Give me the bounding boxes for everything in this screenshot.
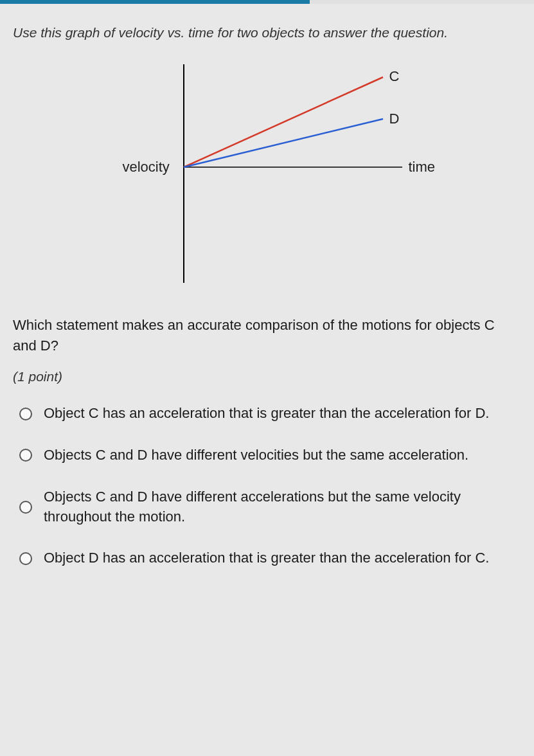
chart-container: velocity time C D [13, 58, 521, 289]
option-3[interactable]: Objects C and D have different accelerat… [19, 487, 521, 527]
line-c [184, 77, 383, 167]
instruction-text: Use this graph of velocity vs. time for … [13, 23, 521, 42]
radio-icon[interactable] [19, 552, 32, 565]
option-text: Object C has an acceleration that is gre… [44, 404, 489, 424]
option-2[interactable]: Objects C and D have different velocitie… [19, 446, 521, 465]
radio-icon[interactable] [19, 501, 32, 514]
radio-icon[interactable] [19, 449, 32, 462]
option-text: Object D has an acceleration that is gre… [44, 548, 489, 568]
option-1[interactable]: Object C has an acceleration that is gre… [19, 404, 521, 424]
y-axis-label: velocity [123, 159, 170, 176]
options-group: Object C has an acceleration that is gre… [13, 404, 521, 568]
option-text: Objects C and D have different accelerat… [44, 487, 521, 527]
radio-icon[interactable] [19, 408, 32, 420]
question-content: Use this graph of velocity vs. time for … [0, 8, 534, 603]
option-text: Objects C and D have different velocitie… [44, 446, 468, 465]
progress-fill [0, 0, 310, 4]
line-d [184, 119, 383, 167]
option-4[interactable]: Object D has an acceleration that is gre… [19, 548, 521, 568]
series-label-c: C [389, 68, 400, 85]
question-text: Which statement makes an accurate compar… [13, 315, 521, 356]
progress-bar [0, 0, 534, 4]
velocity-time-chart: velocity time C D [87, 58, 447, 289]
points-label: (1 point) [13, 369, 521, 384]
series-label-d: D [389, 111, 400, 127]
x-axis-label: time [409, 159, 436, 176]
